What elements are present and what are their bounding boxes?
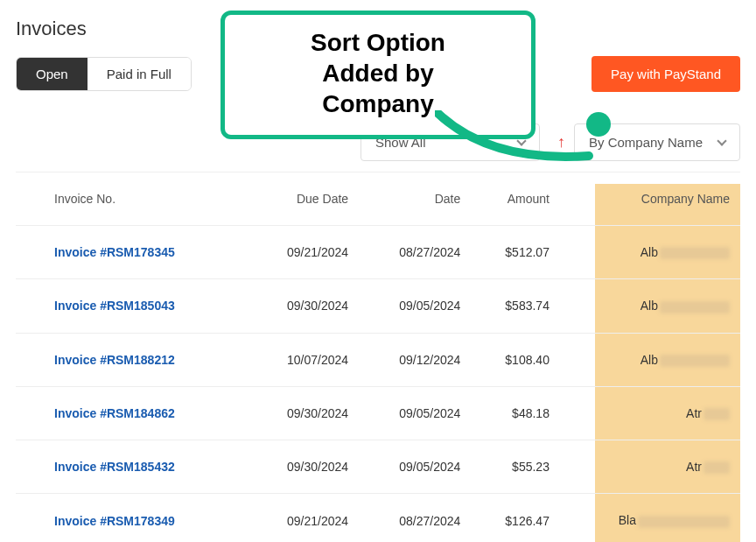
amount-cell: $48.18 <box>471 386 560 440</box>
company-cell: Alb <box>560 333 740 386</box>
company-cell: Atr <box>560 386 740 440</box>
amount-cell: $108.40 <box>471 333 560 386</box>
date-cell: 09/05/2024 <box>359 440 471 494</box>
amount-cell: $126.47 <box>471 494 560 542</box>
date-cell: 09/12/2024 <box>359 333 471 386</box>
invoice-link[interactable]: Invoice #RSM178349 <box>54 514 175 528</box>
due-date-cell: 09/30/2024 <box>247 386 359 440</box>
company-cell: Alb <box>560 279 740 333</box>
company-cell: Bla <box>560 494 740 542</box>
invoice-link[interactable]: Invoice #RSM184862 <box>54 406 175 420</box>
table-row: Invoice #RSM18543209/30/202409/05/2024$5… <box>16 440 740 494</box>
tab-group: Open Paid in Full <box>16 57 192 91</box>
callout-dot-icon <box>586 112 611 137</box>
col-date[interactable]: Date <box>359 172 471 226</box>
callout-text: Sort Option Added by Company <box>242 27 514 119</box>
table-row: Invoice #RSM18821210/07/202409/12/2024$1… <box>16 333 740 386</box>
tab-open[interactable]: Open <box>17 58 88 90</box>
pay-with-paystand-button[interactable]: Pay with PayStand <box>592 56 740 92</box>
date-cell: 09/05/2024 <box>359 386 471 440</box>
table-row: Invoice #RSM18486209/30/202409/05/2024$4… <box>16 386 740 440</box>
callout-arrow-icon <box>435 110 610 172</box>
col-invoice-no[interactable]: Invoice No. <box>16 172 247 226</box>
table-row: Invoice #RSM17834509/21/202408/27/2024$5… <box>16 226 740 279</box>
tab-paid-in-full[interactable]: Paid in Full <box>88 58 191 90</box>
company-cell: Atr <box>560 440 740 494</box>
amount-cell: $512.07 <box>471 226 560 279</box>
chevron-down-icon <box>717 136 726 145</box>
table-row: Invoice #RSM18504309/30/202409/05/2024$5… <box>16 279 740 333</box>
due-date-cell: 10/07/2024 <box>247 333 359 386</box>
due-date-cell: 09/21/2024 <box>247 494 359 542</box>
due-date-cell: 09/30/2024 <box>247 440 359 494</box>
date-cell: 08/27/2024 <box>359 494 471 542</box>
company-cell: Alb <box>560 226 740 279</box>
amount-cell: $583.74 <box>471 279 560 333</box>
invoice-link[interactable]: Invoice #RSM178345 <box>54 245 175 259</box>
col-due-date[interactable]: Due Date <box>247 172 359 226</box>
callout-sort-option: Sort Option Added by Company <box>220 11 536 139</box>
due-date-cell: 09/21/2024 <box>247 226 359 279</box>
date-cell: 09/05/2024 <box>359 279 471 333</box>
invoice-table: Invoice No. Due Date Date Amount Company… <box>16 172 740 542</box>
table-row: Invoice #RSM17834909/21/202408/27/2024$1… <box>16 494 740 542</box>
due-date-cell: 09/30/2024 <box>247 279 359 333</box>
amount-cell: $55.23 <box>471 440 560 494</box>
col-amount[interactable]: Amount <box>471 172 560 226</box>
date-cell: 08/27/2024 <box>359 226 471 279</box>
invoice-link[interactable]: Invoice #RSM185432 <box>54 460 175 474</box>
invoice-link[interactable]: Invoice #RSM185043 <box>54 299 175 313</box>
col-company[interactable]: Company Name <box>560 172 740 226</box>
invoice-link[interactable]: Invoice #RSM188212 <box>54 353 175 367</box>
